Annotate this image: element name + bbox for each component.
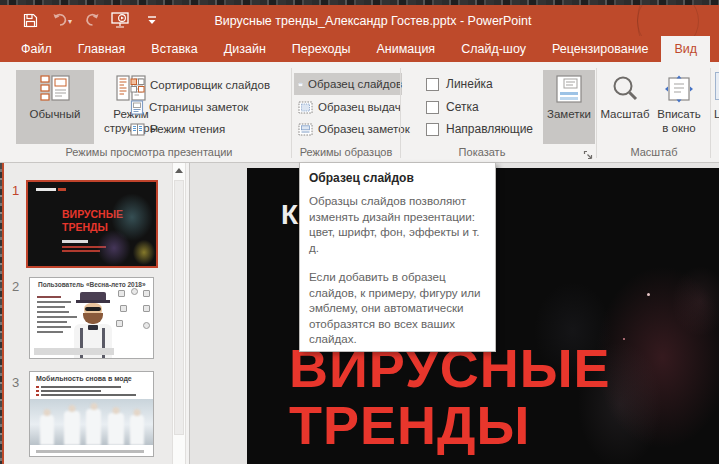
ruler-checkbox[interactable] [426, 78, 439, 91]
reading-view-button[interactable]: Режим чтения [130, 118, 225, 140]
zoom-button[interactable]: Масштаб [601, 70, 649, 144]
notes-master-label: Образец заметок [318, 123, 410, 135]
tooltip-title: Образец слайдов [309, 171, 486, 185]
tab-slideshow[interactable]: Слайд-шоу [448, 36, 539, 62]
photo-highlight [623, 338, 625, 340]
kaspersky-logo-partial: К [281, 199, 298, 231]
author-name-line [62, 240, 88, 243]
guides-checkbox[interactable] [426, 123, 439, 136]
powerpoint-window: ▾ Вирусные тренды_Александр Гостев.pptx … [0, 0, 719, 464]
dialog-launcher-icon [583, 150, 594, 161]
cutoff-group-fragment: Ц [714, 108, 719, 120]
thumbnail-photo-area [96, 182, 156, 268]
notes-toggle-label: Заметки [547, 108, 591, 122]
tab-transitions[interactable]: Переходы [279, 36, 364, 62]
reading-view-label: Режим чтения [150, 123, 225, 135]
group-divider [291, 68, 292, 158]
photo-highlight [647, 293, 650, 296]
notes-page-label: Страницы заметок [149, 101, 248, 113]
notes-toggle-button[interactable]: Заметки [543, 70, 595, 144]
slide-master-tooltip: Образец слайдов Образцы слайдов позволяю… [299, 162, 496, 352]
tab-insert[interactable]: Вставка [138, 36, 210, 62]
ribbon-tabs: Файл Главная Вставка Дизайн Переходы Ани… [0, 36, 719, 62]
slide-number-2: 2 [12, 279, 19, 294]
man-bowtie [88, 325, 98, 330]
gridlines-checkbox-row[interactable]: Сетка [426, 96, 479, 118]
cutoff-icon-fragment [715, 72, 719, 100]
group-divider [400, 68, 401, 158]
group-divider [710, 68, 711, 158]
slide-master-icon [298, 78, 303, 91]
notes-page-icon [130, 100, 144, 115]
scrollbar-thumb[interactable] [174, 180, 184, 435]
fit-to-window-button[interactable]: Вписать в окно [651, 70, 707, 144]
normal-view-icon [39, 74, 71, 104]
slide-sorter-button[interactable]: Сортировщик слайдов [130, 74, 270, 96]
slide-number-1: 1 [12, 183, 19, 198]
slide-master-button[interactable]: Образец слайдов [294, 73, 402, 95]
tab-animations[interactable]: Анимация [363, 36, 448, 62]
gridlines-label: Сетка [446, 100, 479, 114]
slide-1-thumbnail[interactable]: ВИРУСНЫЕ ТРЕНДЫ [26, 180, 158, 268]
slide-number-3: 3 [12, 375, 19, 390]
slide-2-title: Пользователь «Весна-лето 2018» [38, 281, 146, 288]
slide-master-label: Образец слайдов [308, 78, 402, 90]
guides-checkbox-row[interactable]: Направляющие [426, 118, 533, 140]
tab-file[interactable]: Файл [8, 36, 65, 62]
slide-2-thumbnail[interactable]: Пользователь «Весна-лето 2018» [29, 277, 154, 359]
window-title: Вирусные тренды_Александр Гостев.pptx - … [0, 5, 719, 36]
handout-master-label: Образец выдач [318, 101, 401, 113]
man-beard [83, 313, 103, 324]
handout-master-button[interactable]: Образец выдач [294, 96, 401, 118]
fit-to-window-label: Вписать в окно [653, 108, 705, 135]
ruler-checkbox-row[interactable]: Линейка [426, 73, 493, 95]
slide-sorter-icon [130, 78, 145, 93]
group-label-master-views: Режимы образцов [293, 146, 399, 158]
group-label-show: Показать [402, 146, 562, 158]
kaspersky-logo-accent [58, 188, 66, 191]
notes-master-button[interactable]: Образец заметок [294, 118, 410, 140]
zoom-icon [610, 74, 640, 104]
slide-sorter-label: Сортировщик слайдов [150, 79, 270, 91]
slide-title-text[interactable]: ВИРУСНЫЕТРЕНДЫ [289, 340, 611, 454]
handout-master-icon [298, 101, 313, 114]
tab-home[interactable]: Главная [65, 36, 139, 62]
kaspersky-logo-mark [36, 188, 56, 191]
fit-to-window-icon [664, 74, 694, 104]
tab-review[interactable]: Рецензирование [539, 36, 662, 62]
group-label-zoom: Масштаб [598, 146, 710, 158]
guides-label: Направляющие [446, 122, 533, 136]
gridlines-checkbox[interactable] [426, 101, 439, 114]
author-subtitle-line [62, 250, 100, 252]
slide-3-thumbnail[interactable]: Мобильность снова в моде [29, 371, 154, 457]
tab-design[interactable]: Дизайн [211, 36, 279, 62]
normal-view-label: Обычный [30, 108, 81, 122]
slide-3-title: Мобильность снова в моде [36, 375, 132, 382]
ruler-label: Линейка [446, 77, 493, 91]
notes-master-icon [298, 123, 313, 136]
normal-view-button[interactable]: Обычный [16, 70, 94, 144]
tab-view[interactable]: Вид [661, 36, 710, 62]
thumbnail-scrollbar[interactable] [172, 163, 186, 464]
group-label-view-modes: Режимы просмотра презентации [8, 146, 290, 158]
caption-bar [36, 450, 144, 453]
zoom-label: Масштаб [600, 108, 649, 122]
caption-bar [34, 348, 114, 355]
man-sunglasses [85, 307, 101, 311]
notes-icon [554, 74, 584, 104]
ribbon: Обычный Режим структуры Сортировщик слай… [0, 62, 719, 163]
scrollbar-up-button[interactable] [173, 163, 185, 178]
title-bar: ▾ Вирусные тренды_Александр Гостев.pptx … [0, 5, 719, 36]
group-divider [596, 68, 597, 158]
slide-3-photo [30, 399, 153, 445]
tooltip-paragraph-1: Образцы слайдов позволяют изменять дизай… [309, 193, 486, 255]
reading-view-icon [130, 123, 145, 136]
tooltip-paragraph-2: Если добавить в образец слайдов, к приме… [309, 269, 486, 347]
notes-page-button[interactable]: Страницы заметок [130, 96, 248, 118]
